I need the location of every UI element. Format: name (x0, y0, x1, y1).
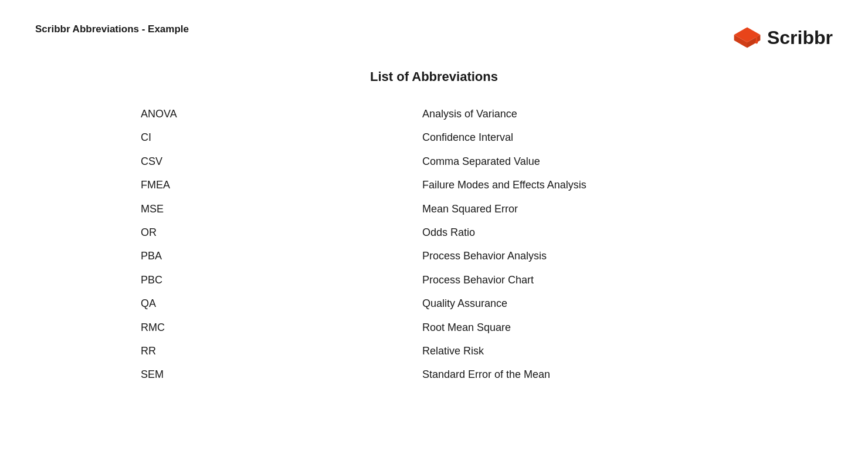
abbr-term: OR (141, 223, 422, 242)
abbr-term: CSV (141, 152, 422, 171)
abbr-term: QA (141, 294, 422, 313)
abbr-definition: Root Mean Square (422, 318, 511, 337)
table-row: PBCProcess Behavior Chart (141, 268, 727, 292)
abbr-definition: Process Behavior Chart (422, 271, 534, 289)
abbr-definition: Confidence Interval (422, 128, 513, 147)
abbr-definition: Odds Ratio (422, 223, 475, 242)
table-row: CIConfidence Interval (141, 126, 727, 149)
table-row: CSVComma Separated Value (141, 150, 727, 173)
table-row: QAQuality Assurance (141, 292, 727, 315)
abbr-definition: Analysis of Variance (422, 104, 517, 123)
abbr-term: RMC (141, 318, 422, 337)
abbr-definition: Process Behavior Analysis (422, 246, 547, 265)
abbr-definition: Quality Assurance (422, 294, 507, 313)
content-area: List of Abbreviations ANOVAAnalysis of V… (35, 69, 833, 387)
logo-text: Scribbr (767, 27, 833, 49)
table-row: MSEMean Squared Error (141, 197, 727, 221)
abbr-term: CI (141, 128, 422, 147)
table-row: PBAProcess Behavior Analysis (141, 244, 727, 268)
abbr-definition: Failure Modes and Effects Analysis (422, 175, 586, 194)
abbr-term: RR (141, 342, 422, 360)
scribbr-logo-icon (733, 23, 761, 52)
abbr-term: FMEA (141, 175, 422, 194)
abbr-term: PBC (141, 271, 422, 289)
svg-point-4 (755, 41, 758, 44)
table-row: RRRelative Risk (141, 339, 727, 363)
table-row: OROdds Ratio (141, 221, 727, 244)
page-title: Scribbr Abbreviations - Example (35, 23, 189, 35)
table-row: RMCRoot Mean Square (141, 316, 727, 339)
page-container: Scribbr Abbreviations - Example Scribbr … (0, 0, 868, 453)
abbr-term: SEM (141, 365, 422, 384)
table-row: ANOVAAnalysis of Variance (141, 102, 727, 126)
abbr-term: MSE (141, 200, 422, 218)
table-row: SEMStandard Error of the Mean (141, 363, 727, 386)
header: Scribbr Abbreviations - Example Scribbr (35, 23, 833, 52)
table-row: FMEAFailure Modes and Effects Analysis (141, 173, 727, 197)
logo-container: Scribbr (733, 23, 833, 52)
abbreviations-table: ANOVAAnalysis of VarianceCIConfidence In… (141, 102, 727, 387)
abbr-definition: Relative Risk (422, 342, 484, 360)
abbr-definition: Comma Separated Value (422, 152, 540, 171)
abbr-term: PBA (141, 246, 422, 265)
abbr-definition: Mean Squared Error (422, 200, 518, 218)
abbr-definition: Standard Error of the Mean (422, 365, 550, 384)
list-title: List of Abbreviations (370, 69, 498, 84)
abbr-term: ANOVA (141, 104, 422, 123)
